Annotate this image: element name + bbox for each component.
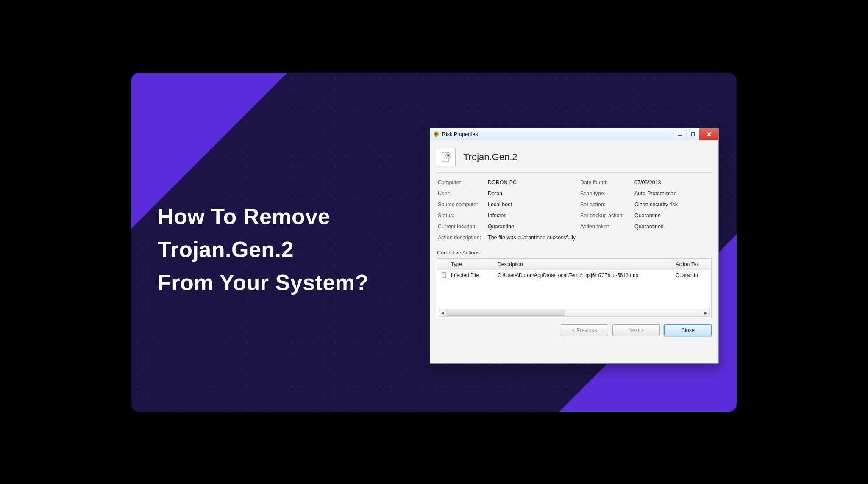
shield-bug-icon	[433, 131, 440, 138]
col-icon	[437, 259, 448, 270]
action-taken-value: Quarantined	[634, 224, 711, 230]
col-action-taken[interactable]: Action Tak	[673, 259, 711, 270]
user-label: User:	[438, 191, 484, 196]
corrective-actions-table: Type Description Action Tak Infected Fil…	[437, 258, 712, 318]
svg-rect-0	[678, 135, 682, 136]
scroll-track[interactable]	[446, 309, 703, 316]
computer-label: Computer:	[438, 180, 484, 185]
action-description-label: Action description:	[438, 235, 484, 241]
row-action: Quarantin	[673, 272, 711, 278]
file-bug-icon	[437, 148, 456, 166]
set-action-label: Set action:	[580, 202, 631, 207]
scan-type-value: Auto-Protect scan	[634, 191, 711, 196]
file-icon	[437, 272, 448, 278]
table-header: Type Description Action Tak	[437, 259, 711, 270]
properties-grid: Computer: DORON-PC Date found: 07/05/201…	[437, 177, 712, 245]
status-label: Status:	[438, 213, 484, 218]
status-value: Infected	[488, 213, 577, 218]
window-title: Risk Properties	[442, 131, 673, 137]
source-computer-label: Source computer:	[438, 202, 484, 207]
headline-text: How To Remove Trojan.Gen.2 From Your Sys…	[158, 200, 369, 299]
current-location-label: Current location:	[438, 224, 484, 230]
current-location-value: Quarantine	[488, 224, 577, 230]
hero-card: How To Remove Trojan.Gen.2 From Your Sys…	[131, 73, 737, 412]
close-window-button[interactable]	[699, 128, 718, 140]
row-description: C:\Users\Doron\AppData\Local\Temp\1qsj6m…	[495, 272, 673, 278]
previous-button[interactable]: < Previous	[561, 324, 608, 336]
close-button[interactable]: Close	[664, 324, 712, 336]
table-row[interactable]: Infected File C:\Users\Doron\AppData\Loc…	[437, 270, 711, 280]
scan-type-label: Scan type:	[580, 191, 631, 196]
set-action-value: Clean security risk	[634, 202, 711, 207]
row-type: Infected File	[448, 272, 495, 278]
svg-rect-5	[442, 274, 445, 274]
maximize-button[interactable]	[686, 128, 699, 140]
window-buttons	[673, 128, 718, 140]
svg-rect-4	[442, 273, 446, 278]
risk-properties-window: Risk Properties	[430, 128, 719, 364]
col-description[interactable]: Description	[495, 259, 673, 270]
client-area: Trojan.Gen.2 Computer: DORON-PC Date fou…	[430, 140, 718, 363]
corrective-actions-title: Corrective Actions	[437, 250, 712, 256]
col-type[interactable]: Type	[448, 259, 495, 270]
date-found-value: 07/05/2013	[634, 180, 711, 185]
svg-rect-1	[691, 133, 695, 136]
dialog-footer: < Previous Next > Close	[437, 324, 712, 336]
set-backup-action-value: Quarantine	[634, 213, 711, 218]
scroll-right-arrow-icon[interactable]: ►	[703, 309, 709, 316]
next-button[interactable]: Next >	[612, 324, 660, 336]
source-computer-value: Local host	[488, 202, 577, 207]
user-value: Doron	[488, 191, 577, 196]
action-description-value: The file was quarantined successfully.	[488, 235, 711, 241]
set-backup-action-label: Set backup action:	[580, 213, 631, 218]
risk-name: Trojan.Gen.2	[463, 152, 517, 163]
risk-header: Trojan.Gen.2	[437, 146, 712, 173]
minimize-button[interactable]	[673, 128, 686, 140]
horizontal-scrollbar[interactable]: ◄ ►	[439, 309, 710, 317]
action-taken-label: Action taken:	[580, 224, 631, 230]
date-found-label: Date found:	[580, 180, 631, 185]
scroll-left-arrow-icon[interactable]: ◄	[439, 309, 446, 316]
computer-value: DORON-PC	[488, 180, 577, 185]
titlebar[interactable]: Risk Properties	[430, 128, 718, 141]
scroll-thumb[interactable]	[446, 310, 565, 316]
